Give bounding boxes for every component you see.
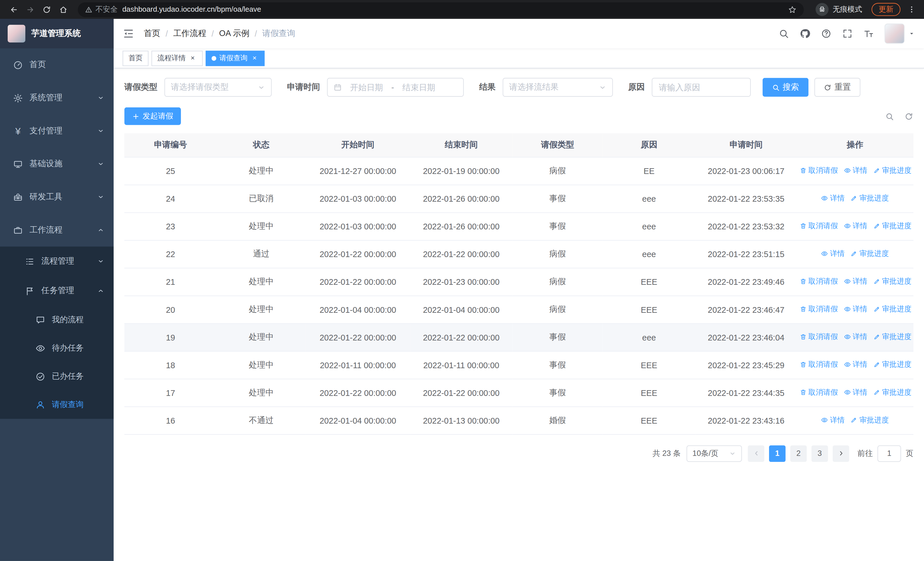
sidebar-item-payment[interactable]: ¥ 支付管理	[0, 114, 114, 148]
browser-menu-button[interactable]	[905, 3, 918, 16]
cancel-leave-link[interactable]: 取消请假	[800, 304, 838, 314]
security-status[interactable]: 不安全	[85, 4, 118, 14]
approval-progress-link[interactable]: 审批进度	[850, 415, 889, 425]
approval-progress-link[interactable]: 审批进度	[873, 359, 912, 370]
sidebar-item-home[interactable]: 首页	[0, 48, 114, 81]
browser-forward-button[interactable]	[22, 2, 38, 17]
page-button-3[interactable]: 3	[812, 445, 828, 462]
search-button[interactable]: 搜索	[762, 78, 808, 97]
reason-input[interactable]	[652, 78, 751, 97]
close-icon[interactable]: ×	[250, 54, 259, 62]
list-icon	[25, 256, 35, 266]
browser-back-button[interactable]	[6, 2, 21, 17]
refresh-table-icon[interactable]	[904, 112, 914, 120]
result-select[interactable]: 请选择流结果	[503, 78, 613, 97]
start-date-input[interactable]	[345, 83, 388, 92]
avatar	[885, 24, 904, 44]
cancel-leave-link[interactable]: 取消请假	[800, 332, 838, 342]
detail-link[interactable]: 详情	[844, 277, 867, 286]
create-leave-button[interactable]: 发起请假	[124, 107, 181, 125]
page-content: 请假类型 请选择请假类型 申请时间 -	[114, 69, 924, 561]
search-icon[interactable]	[778, 28, 789, 39]
sidebar-item-system[interactable]: 系统管理	[0, 81, 114, 114]
breadcrumb-item[interactable]: 工作流程	[173, 28, 206, 39]
page-size-select[interactable]: 10条/页	[687, 445, 742, 462]
detail-link[interactable]: 详情	[844, 332, 867, 342]
sidebar-item-workflow[interactable]: 工作流程	[0, 214, 114, 247]
sidebar-item-todo-tasks[interactable]: 待办任务	[0, 334, 114, 362]
page-size-value: 10条/页	[692, 448, 718, 459]
sidebar-item-infrastructure[interactable]: 基础设施	[0, 147, 114, 180]
breadcrumb-separator: /	[255, 29, 257, 38]
detail-link[interactable]: 详情	[844, 387, 867, 397]
trash-icon	[800, 278, 807, 285]
cancel-leave-link[interactable]: 取消请假	[800, 387, 838, 397]
approval-progress-link[interactable]: 审批进度	[873, 277, 912, 286]
browser-update-button[interactable]: 更新	[872, 3, 900, 16]
page-button-2[interactable]: 2	[790, 445, 807, 462]
detail-link[interactable]: 详情	[844, 165, 867, 176]
fullscreen-icon[interactable]	[842, 28, 853, 39]
detail-link[interactable]: 详情	[821, 415, 844, 425]
monitor-icon	[13, 159, 23, 169]
bookmark-star-icon[interactable]	[788, 5, 797, 14]
github-icon[interactable]	[800, 28, 810, 39]
menu-fold-icon[interactable]	[123, 28, 134, 39]
cancel-leave-link[interactable]: 取消请假	[800, 359, 838, 370]
reset-button[interactable]: 重置	[814, 78, 860, 97]
page-button-1[interactable]: 1	[769, 445, 786, 462]
sidebar-item-process-management[interactable]: 流程管理	[0, 247, 114, 276]
detail-link[interactable]: 详情	[821, 249, 844, 259]
pen-icon	[873, 333, 880, 340]
address-bar[interactable]: 不安全 dashboard.yudao.iocoder.cn/bpm/oa/le…	[78, 2, 804, 17]
cancel-leave-link[interactable]: 取消请假	[800, 165, 838, 176]
sidebar-item-done-tasks[interactable]: 已办任务	[0, 362, 114, 391]
detail-link[interactable]: 详情	[821, 193, 844, 203]
next-page-button[interactable]	[832, 445, 849, 462]
search-toggle-icon[interactable]	[885, 112, 894, 120]
prev-page-button[interactable]	[748, 445, 765, 462]
cancel-leave-link[interactable]: 取消请假	[800, 221, 838, 231]
sidebar-item-devtools[interactable]: 研发工具	[0, 180, 114, 214]
column-header: 请假类型	[513, 133, 602, 157]
approval-progress-link[interactable]: 审批进度	[873, 304, 912, 314]
detail-link[interactable]: 详情	[844, 221, 867, 231]
approval-progress-link[interactable]: 审批进度	[873, 221, 912, 231]
column-header: 状态	[217, 133, 306, 157]
breadcrumb-item[interactable]: OA 示例	[219, 28, 249, 39]
detail-link[interactable]: 详情	[844, 359, 867, 370]
tab-leave-query[interactable]: 请假查询 ×	[206, 51, 265, 66]
chevron-up-icon	[97, 227, 105, 234]
table-row: 22通过 2022-01-22 00:00:002022-01-22 00:00…	[124, 240, 914, 268]
approval-progress-link[interactable]: 审批进度	[850, 193, 889, 203]
approval-progress-link[interactable]: 审批进度	[873, 165, 912, 176]
check-circle-icon	[35, 371, 45, 381]
end-date-input[interactable]	[398, 83, 440, 92]
browser-home-button[interactable]	[56, 2, 71, 17]
user-menu[interactable]	[885, 24, 915, 44]
approval-progress-link[interactable]: 审批进度	[873, 332, 912, 342]
detail-link[interactable]: 详情	[844, 304, 867, 314]
tab-process-detail[interactable]: 流程详情 ×	[152, 51, 203, 66]
goto-label: 前往	[858, 448, 873, 459]
approval-progress-link[interactable]: 审批进度	[873, 387, 912, 397]
date-range-picker[interactable]: -	[327, 78, 464, 97]
browser-reload-button[interactable]	[39, 2, 54, 17]
sidebar-item-leave-query[interactable]: 请假查询	[0, 391, 114, 419]
cancel-leave-link[interactable]: 取消请假	[800, 277, 838, 286]
chevron-down-icon	[97, 161, 105, 168]
font-size-icon[interactable]	[863, 28, 874, 39]
reason-label: 原因	[628, 82, 652, 93]
close-icon[interactable]: ×	[189, 54, 197, 62]
breadcrumb-item[interactable]: 首页	[144, 28, 160, 39]
tab-home[interactable]: 首页	[123, 51, 148, 66]
column-header: 结束时间	[410, 133, 513, 157]
sidebar-item-task-management[interactable]: 任务管理	[0, 276, 114, 305]
approval-progress-link[interactable]: 审批进度	[850, 249, 889, 259]
goto-page-input[interactable]	[878, 445, 901, 462]
app-logo[interactable]: 芋道管理系统	[0, 19, 114, 48]
tab-label: 首页	[128, 53, 142, 63]
sidebar-item-my-process[interactable]: 我的流程	[0, 305, 114, 334]
help-icon[interactable]	[821, 28, 831, 39]
leave-type-select[interactable]: 请选择请假类型	[164, 78, 272, 97]
